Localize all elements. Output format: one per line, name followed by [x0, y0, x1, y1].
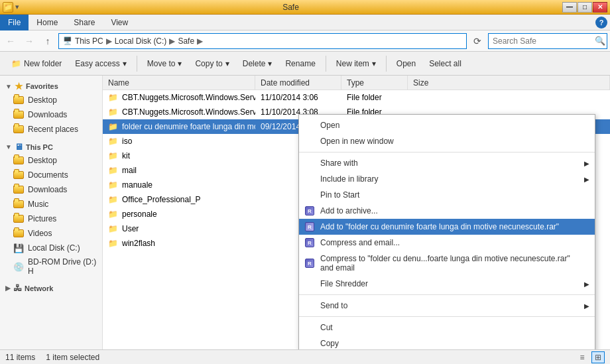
new-folder-button[interactable]: 📁 New folder: [5, 54, 68, 73]
sidebar: ▼ ★ Favorites Desktop Downloads Recent p…: [0, 76, 103, 349]
sidebar-item-desktop-fav[interactable]: Desktop: [0, 93, 102, 107]
ctx-sep-1: [299, 152, 595, 152]
app-icon: 📁: [3, 2, 13, 13]
sidebar-network-header[interactable]: ▶ 🖧 Network: [0, 280, 102, 294]
ctx-sep-2: [299, 294, 595, 295]
file-type: File folder: [341, 90, 408, 104]
open-button[interactable]: Open: [391, 54, 422, 73]
ctx-open-new-window[interactable]: Open in new window: [299, 133, 595, 149]
favorites-chevron: ▼: [5, 83, 12, 90]
ctx-pin-start[interactable]: Pin to Start: [299, 187, 595, 203]
sidebar-favorites-header[interactable]: ▼ ★ Favorites: [0, 78, 102, 93]
new-folder-icon: 📁: [11, 59, 21, 68]
sidebar-item-documents[interactable]: Documents: [0, 168, 102, 182]
forward-button[interactable]: →: [21, 33, 37, 49]
col-header-date[interactable]: Date modified: [255, 76, 341, 90]
ctx-copy[interactable]: Copy: [299, 335, 595, 349]
videos-icon: [13, 228, 24, 239]
sidebar-item-videos[interactable]: Videos: [0, 226, 102, 241]
up-button[interactable]: ↑: [40, 33, 56, 49]
file-name: 📁 win2flash: [103, 236, 255, 250]
address-bar: ← → ↑ 🖥️ This PC ▶ Local Disk (C:) ▶ Saf…: [0, 30, 610, 52]
ctx-send-to[interactable]: Send to: [299, 298, 595, 314]
new-item-button[interactable]: New item ▾: [330, 54, 382, 73]
file-name: 📁 personale: [103, 207, 255, 221]
sidebar-item-music[interactable]: Music: [0, 197, 102, 212]
folder-icon-row: 📁: [108, 107, 118, 117]
main-content: ▼ ★ Favorites Desktop Downloads Recent p…: [0, 76, 610, 349]
move-to-button[interactable]: Move to ▾: [141, 54, 188, 73]
file-name: 📁 kit: [103, 149, 255, 162]
ctx-winrar-icon-3: R: [304, 237, 315, 248]
easy-access-button[interactable]: Easy access ▾: [69, 54, 132, 73]
ctx-add-rar[interactable]: R Add to "folder cu denumire foarte lung…: [299, 219, 595, 235]
view-list-button[interactable]: ≡: [576, 351, 589, 363]
toolbar-separator-1: [137, 56, 137, 72]
col-header-name[interactable]: Name: [103, 76, 255, 90]
sidebar-item-desktop-pc[interactable]: Desktop: [0, 153, 102, 168]
path-localdisk[interactable]: Local Disk (C:): [115, 36, 167, 46]
ctx-cut[interactable]: Cut: [299, 320, 595, 335]
pictures-icon: [13, 213, 24, 224]
recent-icon: [13, 124, 24, 135]
sidebar-thispc-header[interactable]: ▼ 🖥 This PC: [0, 139, 102, 153]
desktop-fav-icon: [13, 95, 24, 105]
close-button[interactable]: ✕: [593, 2, 607, 13]
table-row[interactable]: 📁 CBT.Nuggets.Microsoft.Windows.Server..…: [103, 90, 610, 105]
sidebar-item-downloads-pc[interactable]: Downloads: [0, 182, 102, 197]
ctx-compress-rar-email[interactable]: R Compress to "folder cu denu...foarte l…: [299, 251, 595, 276]
minimize-button[interactable]: —: [562, 2, 577, 13]
col-header-type[interactable]: Type: [341, 76, 408, 90]
ctx-add-archive[interactable]: R Add to archive...: [299, 203, 595, 219]
view-details-button[interactable]: ⊞: [591, 351, 605, 363]
search-icon: 🔍: [595, 36, 605, 46]
copy-to-button[interactable]: Copy to ▾: [189, 54, 235, 73]
delete-button[interactable]: Delete ▾: [237, 54, 278, 73]
sidebar-item-recent[interactable]: Recent places: [0, 122, 102, 137]
ctx-winrar-icon-4: R: [304, 258, 315, 269]
ctx-sep-3: [299, 316, 595, 317]
file-name: 📁 CBT.Nuggets.Microsoft.Windows.Server..…: [103, 105, 255, 119]
sidebar-item-localdisk[interactable]: 💾 Local Disk (C:): [0, 241, 102, 255]
col-header-size[interactable]: Size: [408, 76, 610, 90]
downloads-pc-icon: [13, 184, 24, 195]
menu-share[interactable]: Share: [66, 15, 103, 30]
desktop-pc-icon: [13, 155, 24, 166]
help-button[interactable]: ?: [595, 17, 607, 29]
ctx-open[interactable]: Open: [299, 117, 595, 133]
file-name: 📁 User: [103, 221, 255, 235]
path-safe[interactable]: Safe: [178, 36, 194, 46]
title-bar: 📁 ▾ Safe — □ ✕: [0, 0, 610, 15]
search-input[interactable]: [493, 36, 592, 46]
rename-button[interactable]: Rename: [279, 54, 321, 73]
documents-icon: [13, 170, 24, 180]
ctx-include-library[interactable]: Include in library: [299, 171, 595, 187]
folder-icon-row: 📁: [108, 151, 118, 160]
ctx-share-with[interactable]: Share with: [299, 155, 595, 171]
file-list: Name Date modified Type Size 📁 CBT.Nugge…: [103, 76, 610, 349]
back-button[interactable]: ←: [3, 33, 19, 49]
file-date: 11/10/2014 3:06: [255, 90, 341, 104]
sidebar-item-bdrom[interactable]: 💿 BD-ROM Drive (D:) H: [0, 255, 102, 278]
folder-icon-row: 📁: [108, 224, 118, 233]
file-name: 📁 iso: [103, 134, 255, 148]
refresh-button[interactable]: ⟳: [469, 33, 485, 49]
sidebar-item-pictures[interactable]: Pictures: [0, 212, 102, 226]
menu-file[interactable]: File: [0, 15, 29, 30]
address-path[interactable]: 🖥️ This PC ▶ Local Disk (C:) ▶ Safe ▶: [58, 33, 467, 49]
ctx-compress-email[interactable]: R Compress and email...: [299, 235, 595, 251]
menu-view[interactable]: View: [103, 15, 136, 30]
selected-count: 1 item selected: [46, 353, 99, 362]
toolbar-separator-2: [326, 56, 326, 72]
folder-icon-row: 📁: [108, 195, 118, 204]
search-box: 🔍: [488, 33, 607, 49]
path-thispc[interactable]: This PC: [75, 36, 103, 46]
sidebar-item-downloads-fav[interactable]: Downloads: [0, 107, 102, 122]
title-bar-left: 📁 ▾: [3, 2, 19, 13]
maximize-button[interactable]: □: [578, 2, 592, 13]
ctx-file-shredder[interactable]: File Shredder: [299, 276, 595, 292]
menu-home[interactable]: Home: [29, 15, 66, 30]
select-all-button[interactable]: Select all: [423, 54, 467, 73]
path-icon: 🖥️: [63, 36, 72, 45]
file-size: [408, 90, 610, 104]
